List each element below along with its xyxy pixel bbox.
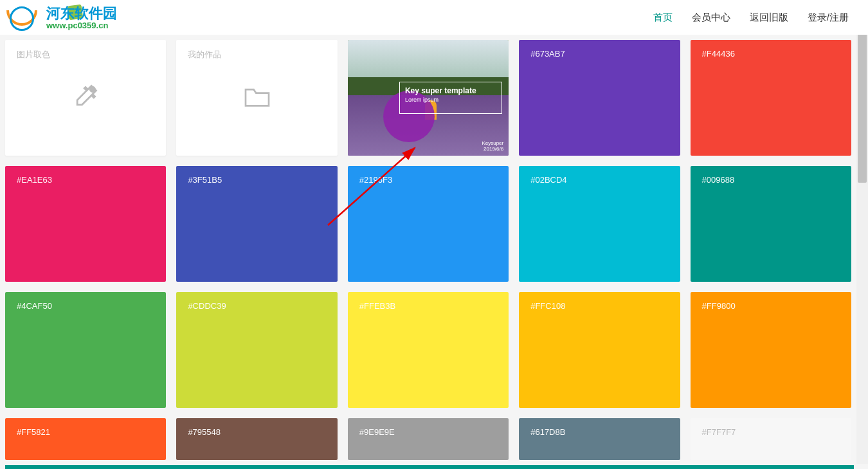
color-label: #02BCD4 [530, 175, 566, 185]
color-label: #F7F7F7 [702, 427, 736, 437]
color-swatch-CDDC39[interactable]: #CDDC39 [176, 292, 337, 408]
template-title: Key super template [405, 86, 496, 95]
my-works-card[interactable]: 我的作品 [176, 40, 337, 156]
color-label: #FFC108 [530, 301, 565, 311]
scrollbar-track[interactable] [856, 0, 868, 464]
nav-login[interactable]: 登录/注册 [808, 12, 849, 24]
color-swatch-3F51B5[interactable]: #3F51B5 [176, 166, 337, 282]
eyedropper-icon [71, 82, 100, 113]
color-swatch-FFEB3B[interactable]: #FFEB3B [348, 292, 509, 408]
nav-member[interactable]: 会员中心 [692, 12, 730, 24]
svg-point-0 [91, 87, 95, 91]
color-swatch-9E9E9E[interactable]: #9E9E9E [348, 418, 509, 460]
color-label: #673AB7 [530, 49, 565, 59]
color-label: #009688 [702, 175, 735, 185]
color-label: #9E9E9E [359, 427, 395, 437]
color-swatch-F7F7F7[interactable]: #F7F7F7 [691, 418, 851, 460]
color-label: #617D8B [530, 427, 565, 437]
color-label: #EA1E63 [17, 175, 52, 185]
color-label: #CDDC39 [188, 301, 226, 311]
color-label: #795548 [188, 427, 221, 437]
template-subtitle: Lorem ipsum [405, 97, 496, 103]
color-picker-card[interactable]: 图片取色 [5, 40, 166, 156]
color-label: #2196F3 [359, 175, 392, 185]
color-label: #3F51B5 [188, 175, 222, 185]
color-swatch-617D8B[interactable]: #617D8B [519, 418, 680, 460]
folder-icon [243, 85, 271, 111]
color-swatch-FF5821[interactable]: #FF5821 [5, 418, 166, 460]
color-label: #4CAF50 [17, 301, 52, 311]
bottom-accent-bar [5, 465, 854, 469]
color-swatch-4CAF50[interactable]: #4CAF50 [5, 292, 166, 408]
color-label: #F44436 [702, 49, 735, 59]
nav: 首页 会员中心 返回旧版 登录/注册 [653, 12, 849, 24]
color-label: #FFEB3B [359, 301, 395, 311]
header: 河东软件园 www.pc0359.cn 首页 会员中心 返回旧版 登录/注册 [0, 0, 868, 35]
color-swatch-FFC108[interactable]: #FFC108 [519, 292, 680, 408]
template-card[interactable]: Key super template Lorem ipsum Keysuper … [348, 40, 509, 156]
logo-url: www.pc0359.cn [46, 21, 108, 30]
color-label: #FF9800 [702, 301, 736, 311]
template-footer-date: 2019/6/6 [482, 146, 503, 152]
nav-home[interactable]: 首页 [653, 12, 673, 24]
color-swatch-F44436[interactable]: #F44436 [691, 40, 851, 156]
color-swatch-009688[interactable]: #009688 [691, 166, 851, 282]
site-logo[interactable]: 河东软件园 www.pc0359.cn [6, 1, 135, 33]
nav-oldversion[interactable]: 返回旧版 [750, 12, 788, 24]
color-swatch-EA1E63[interactable]: #EA1E63 [5, 166, 166, 282]
template-footer-name: Keysuper [482, 140, 503, 146]
color-label: #FF5821 [17, 427, 50, 437]
color-swatch-02BCD4[interactable]: #02BCD4 [519, 166, 680, 282]
color-picker-label: 图片取色 [17, 49, 50, 60]
color-swatch-FF9800[interactable]: #FF9800 [691, 292, 851, 408]
color-swatch-673AB7[interactable]: #673AB7 [519, 40, 680, 156]
color-swatch-795548[interactable]: #795548 [176, 418, 337, 460]
content: 图片取色 我的作品 Key super template Lorem ipsum… [0, 35, 856, 464]
color-swatch-2196F3[interactable]: #2196F3 [348, 166, 509, 282]
my-works-label: 我的作品 [188, 49, 221, 60]
